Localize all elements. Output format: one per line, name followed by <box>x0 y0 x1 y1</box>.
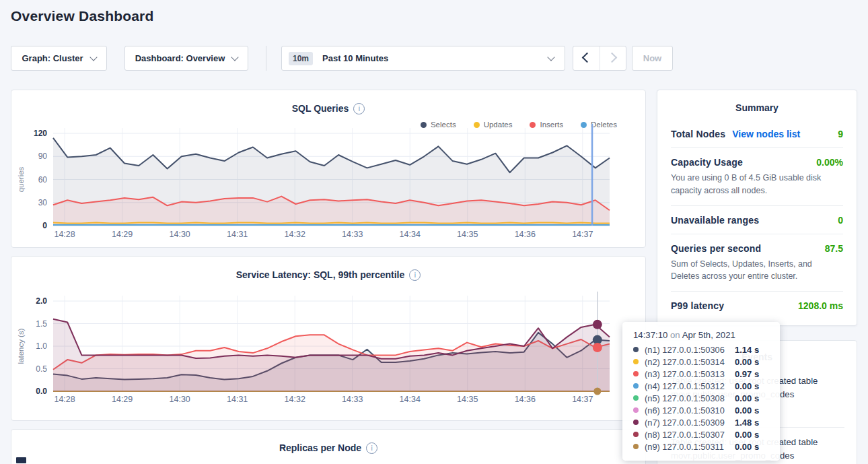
svg-text:14:30: 14:30 <box>170 230 190 239</box>
now-button: Now <box>632 46 673 71</box>
sql-queries-title: SQL Queries <box>11 102 645 114</box>
clipped-tick-label <box>16 457 26 463</box>
time-back-button[interactable] <box>573 46 600 70</box>
svg-text:14:37: 14:37 <box>572 230 593 239</box>
svg-text:0.5: 0.5 <box>36 364 47 374</box>
svg-text:14:35: 14:35 <box>457 395 478 404</box>
qps-value: 87.5 <box>825 243 843 254</box>
view-nodes-list-link[interactable]: View nodes list <box>732 129 800 139</box>
summary-row-qps: Queries per second 87.5 Sum of Selects, … <box>671 234 843 292</box>
svg-text:latency (s): latency (s) <box>17 328 25 364</box>
svg-text:60: 60 <box>38 175 48 185</box>
controls-bar: Graph: Cluster Dashboard: Overview 10m P… <box>0 46 868 71</box>
service-latency-card: Service Latency: SQL, 99th percentile 14… <box>11 256 646 421</box>
tooltip-row-n1: (n1) 127.0.0.1:503061.14 s <box>633 343 772 356</box>
chevron-down-icon <box>89 53 97 61</box>
svg-text:14:35: 14:35 <box>457 230 478 239</box>
svg-text:120: 120 <box>34 129 47 138</box>
series-dot-icon <box>633 444 639 449</box>
series-dot-icon <box>633 420 639 425</box>
chart-hover-tooltip: 14:37:10 on Apr 5th, 2021 (n1) 127.0.0.1… <box>622 322 780 461</box>
svg-text:queries: queries <box>17 166 25 192</box>
svg-text:0: 0 <box>42 221 47 230</box>
tooltip-row-n6: (n6) 127.0.0.1:503100.00 s <box>633 404 772 416</box>
tooltip-row-n7: (n7) 127.0.0.1:503091.48 s <box>633 416 772 428</box>
replicas-per-node-card: Replicas per Node <box>11 429 646 464</box>
chevron-left-icon <box>582 53 593 63</box>
svg-text:14:30: 14:30 <box>170 395 190 404</box>
svg-text:14:29: 14:29 <box>112 230 133 239</box>
svg-text:14:34: 14:34 <box>400 230 421 239</box>
svg-text:14:37: 14:37 <box>572 395 593 404</box>
p99-latency-value: 1208.0 ms <box>798 300 843 311</box>
svg-text:1.5: 1.5 <box>36 319 47 329</box>
svg-text:30: 30 <box>38 198 48 207</box>
service-latency-chart[interactable]: 14:2814:2914:3014:3114:3214:3314:3414:35… <box>11 282 645 420</box>
svg-text:14:31: 14:31 <box>227 395 248 404</box>
time-pager <box>573 46 626 71</box>
info-icon[interactable] <box>409 269 421 281</box>
sql-queries-card: SQL Queries Selects Updates Inserts Dele… <box>11 90 646 248</box>
svg-text:14:31: 14:31 <box>227 230 248 239</box>
dashboard-dropdown[interactable]: Dashboard: Overview <box>124 46 248 71</box>
time-range-label: Past 10 Minutes <box>322 53 388 63</box>
summary-panel: Summary Total Nodes View nodes list 9 Ca… <box>657 90 857 326</box>
capacity-usage-description: You are using 0 B of 4.5 GiB usable disk… <box>671 172 839 197</box>
tooltip-row-n3: (n3) 127.0.0.1:503130.97 s <box>633 368 772 380</box>
summary-row-unavailable-ranges: Unavailable ranges 0 <box>671 205 843 234</box>
page-title: Overview Dashboard <box>11 8 154 24</box>
svg-text:14:36: 14:36 <box>515 230 536 239</box>
summary-row-total-nodes: Total Nodes View nodes list 9 <box>671 120 843 147</box>
summary-row-capacity: Capacity Usage 0.00% You are using 0 B o… <box>671 147 843 205</box>
total-nodes-value: 9 <box>838 129 843 139</box>
divider <box>266 46 266 71</box>
summary-row-p99: P99 latency 1208.0 ms <box>671 291 843 319</box>
chevron-right-icon <box>606 53 617 63</box>
series-dot-icon <box>633 395 639 401</box>
capacity-usage-value: 0.00% <box>816 157 843 168</box>
svg-text:2.0: 2.0 <box>36 296 47 306</box>
time-forward-button <box>600 46 626 70</box>
chevron-down-icon <box>231 53 239 61</box>
svg-text:14:33: 14:33 <box>342 395 363 404</box>
tooltip-row-n4: (n4) 127.0.0.1:503120.00 s <box>633 380 772 392</box>
overview-dashboard-page: Overview Dashboard Graph: Cluster Dashbo… <box>0 0 868 464</box>
service-latency-title: Service Latency: SQL, 99th percentile <box>11 269 645 281</box>
series-dot-icon <box>633 432 639 437</box>
dashboard-dropdown-label: Dashboard: Overview <box>135 53 225 63</box>
graph-dropdown[interactable]: Graph: Cluster <box>11 46 107 71</box>
series-dot-icon <box>633 371 639 376</box>
tooltip-row-n5: (n5) 127.0.0.1:503080.00 s <box>633 392 772 404</box>
svg-text:14:28: 14:28 <box>54 395 75 404</box>
svg-text:14:33: 14:33 <box>342 230 363 239</box>
series-dot-icon <box>633 383 639 389</box>
qps-description: Sum of Selects, Updates, Inserts, and De… <box>671 258 839 284</box>
sql-queries-chart[interactable]: 14:2814:2914:3014:3114:3214:3314:3414:35… <box>11 116 645 247</box>
series-dot-icon <box>633 359 639 364</box>
series-dot-icon <box>633 347 639 352</box>
unavailable-ranges-value: 0 <box>838 215 843 226</box>
time-window-badge: 10m <box>289 52 313 65</box>
info-icon[interactable] <box>353 103 365 114</box>
graph-dropdown-label: Graph: Cluster <box>22 53 83 63</box>
chevron-down-icon <box>547 53 554 61</box>
time-range-dropdown[interactable]: 10m Past 10 Minutes <box>281 46 565 71</box>
info-icon[interactable] <box>366 442 377 454</box>
svg-text:0.0: 0.0 <box>36 387 47 396</box>
svg-text:14:28: 14:28 <box>54 230 75 239</box>
svg-text:1.0: 1.0 <box>36 341 47 351</box>
summary-title: Summary <box>671 102 843 113</box>
svg-text:14:34: 14:34 <box>400 395 421 404</box>
svg-text:14:32: 14:32 <box>285 230 305 239</box>
svg-text:14:32: 14:32 <box>285 395 305 404</box>
replicas-per-node-title: Replicas per Node <box>11 442 645 454</box>
tooltip-timestamp: 14:37:10 on Apr 5th, 2021 <box>633 330 772 340</box>
tooltip-row-n8: (n8) 127.0.0.1:503070.00 s <box>633 428 772 440</box>
svg-text:14:29: 14:29 <box>112 395 133 404</box>
tooltip-row-n2: (n2) 127.0.0.1:503140.00 s <box>633 356 772 368</box>
svg-text:90: 90 <box>38 152 48 161</box>
series-dot-icon <box>633 407 639 413</box>
svg-text:14:36: 14:36 <box>515 395 536 404</box>
tooltip-row-n9: (n9) 127.0.0.1:503110.00 s <box>633 440 772 453</box>
